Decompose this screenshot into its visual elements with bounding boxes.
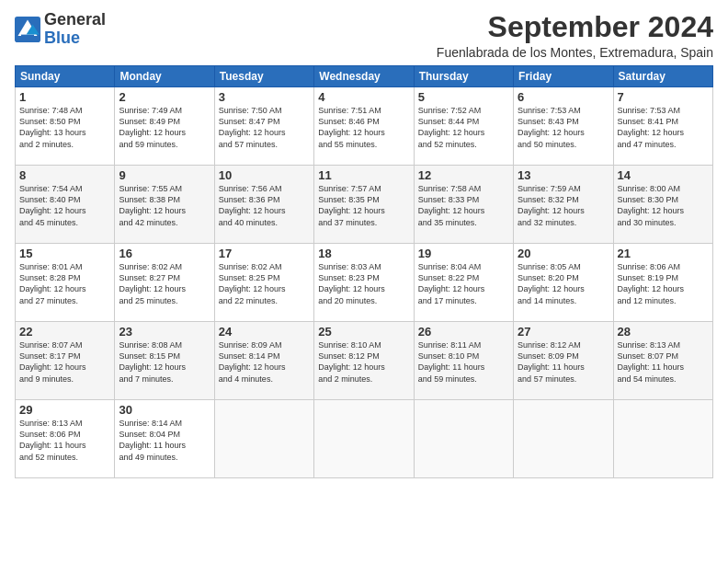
calendar-cell: 15Sunrise: 8:01 AMSunset: 8:28 PMDayligh… xyxy=(16,244,115,322)
day-number: 27 xyxy=(518,325,609,339)
day-info: Sunrise: 7:51 AMSunset: 8:46 PMDaylight:… xyxy=(318,105,409,150)
day-number: 10 xyxy=(219,168,310,182)
calendar-cell: 10Sunrise: 7:56 AMSunset: 8:36 PMDayligh… xyxy=(214,166,313,244)
calendar-cell xyxy=(314,400,414,478)
day-number: 25 xyxy=(318,325,409,339)
calendar-cell: 25Sunrise: 8:10 AMSunset: 8:12 PMDayligh… xyxy=(314,322,414,400)
calendar-cell: 4Sunrise: 7:51 AMSunset: 8:46 PMDaylight… xyxy=(314,87,414,166)
calendar-header-cell: Sunday xyxy=(16,66,115,87)
day-info: Sunrise: 7:58 AMSunset: 8:33 PMDaylight:… xyxy=(418,183,509,228)
day-info: Sunrise: 7:57 AMSunset: 8:35 PMDaylight:… xyxy=(318,183,409,228)
calendar-header-cell: Thursday xyxy=(414,66,513,87)
day-number: 15 xyxy=(19,247,110,260)
day-info: Sunrise: 7:50 AMSunset: 8:47 PMDaylight:… xyxy=(219,105,310,150)
calendar-week-row: 22Sunrise: 8:07 AMSunset: 8:17 PMDayligh… xyxy=(16,322,713,400)
page: General Blue September 2024 Fuenlabrada … xyxy=(0,0,728,563)
day-number: 21 xyxy=(618,247,709,260)
day-info: Sunrise: 7:56 AMSunset: 8:36 PMDaylight:… xyxy=(219,183,310,228)
logo-general: General xyxy=(44,11,106,29)
calendar-cell xyxy=(214,400,313,478)
calendar-header-cell: Tuesday xyxy=(214,66,313,87)
calendar-cell: 5Sunrise: 7:52 AMSunset: 8:44 PMDaylight… xyxy=(414,87,513,166)
day-info: Sunrise: 7:48 AMSunset: 8:50 PMDaylight:… xyxy=(19,105,110,150)
header: General Blue September 2024 Fuenlabrada … xyxy=(15,11,713,60)
day-info: Sunrise: 7:54 AMSunset: 8:40 PMDaylight:… xyxy=(19,183,110,228)
day-info: Sunrise: 7:49 AMSunset: 8:49 PMDaylight:… xyxy=(119,105,210,150)
day-number: 11 xyxy=(318,168,409,182)
day-info: Sunrise: 8:05 AMSunset: 8:20 PMDaylight:… xyxy=(518,261,609,306)
calendar-header-cell: Saturday xyxy=(613,66,712,87)
day-number: 20 xyxy=(518,247,609,260)
calendar-header-row: SundayMondayTuesdayWednesdayThursdayFrid… xyxy=(16,66,713,87)
calendar-cell xyxy=(514,400,613,478)
calendar-cell: 14Sunrise: 8:00 AMSunset: 8:30 PMDayligh… xyxy=(613,166,712,244)
day-info: Sunrise: 8:02 AMSunset: 8:27 PMDaylight:… xyxy=(119,261,210,306)
calendar-cell: 30Sunrise: 8:14 AMSunset: 8:04 PMDayligh… xyxy=(115,400,214,478)
day-number: 4 xyxy=(318,90,409,104)
day-number: 7 xyxy=(618,90,709,104)
calendar-cell: 26Sunrise: 8:11 AMSunset: 8:10 PMDayligh… xyxy=(414,322,513,400)
calendar-cell: 11Sunrise: 7:57 AMSunset: 8:35 PMDayligh… xyxy=(314,166,414,244)
day-info: Sunrise: 7:53 AMSunset: 8:41 PMDaylight:… xyxy=(618,105,709,150)
day-info: Sunrise: 8:10 AMSunset: 8:12 PMDaylight:… xyxy=(318,339,409,385)
day-number: 13 xyxy=(518,168,609,182)
calendar-cell: 3Sunrise: 7:50 AMSunset: 8:47 PMDaylight… xyxy=(214,87,313,166)
calendar-cell: 27Sunrise: 8:12 AMSunset: 8:09 PMDayligh… xyxy=(514,322,613,400)
month-title: September 2024 xyxy=(437,11,713,43)
svg-rect-2 xyxy=(21,34,34,38)
calendar-cell: 20Sunrise: 8:05 AMSunset: 8:20 PMDayligh… xyxy=(514,244,613,322)
calendar-week-row: 8Sunrise: 7:54 AMSunset: 8:40 PMDaylight… xyxy=(16,166,713,244)
day-info: Sunrise: 8:14 AMSunset: 8:04 PMDaylight:… xyxy=(119,418,210,463)
day-number: 29 xyxy=(19,403,110,417)
day-number: 22 xyxy=(19,325,110,339)
logo-area: General Blue xyxy=(15,11,106,48)
day-number: 26 xyxy=(418,325,509,339)
calendar-header-cell: Wednesday xyxy=(314,66,414,87)
calendar-body: 1Sunrise: 7:48 AMSunset: 8:50 PMDaylight… xyxy=(16,87,713,478)
day-number: 24 xyxy=(219,325,310,339)
day-info: Sunrise: 8:04 AMSunset: 8:22 PMDaylight:… xyxy=(418,261,509,306)
day-number: 5 xyxy=(418,90,509,104)
day-info: Sunrise: 8:06 AMSunset: 8:19 PMDaylight:… xyxy=(618,261,709,306)
day-number: 6 xyxy=(518,90,609,104)
general-blue-icon xyxy=(15,17,40,42)
calendar-week-row: 29Sunrise: 8:13 AMSunset: 8:06 PMDayligh… xyxy=(16,400,713,478)
day-number: 3 xyxy=(219,90,310,104)
day-info: Sunrise: 7:55 AMSunset: 8:38 PMDaylight:… xyxy=(119,183,210,228)
location-title: Fuenlabrada de los Montes, Extremadura, … xyxy=(437,45,713,60)
day-info: Sunrise: 8:09 AMSunset: 8:14 PMDaylight:… xyxy=(219,339,310,385)
calendar-cell: 17Sunrise: 8:02 AMSunset: 8:25 PMDayligh… xyxy=(214,244,313,322)
day-info: Sunrise: 8:00 AMSunset: 8:30 PMDaylight:… xyxy=(618,183,709,228)
calendar-cell: 23Sunrise: 8:08 AMSunset: 8:15 PMDayligh… xyxy=(115,322,214,400)
day-number: 19 xyxy=(418,247,509,260)
calendar-cell: 22Sunrise: 8:07 AMSunset: 8:17 PMDayligh… xyxy=(16,322,115,400)
calendar-cell: 19Sunrise: 8:04 AMSunset: 8:22 PMDayligh… xyxy=(414,244,513,322)
day-info: Sunrise: 8:07 AMSunset: 8:17 PMDaylight:… xyxy=(19,339,110,385)
logo-blue: Blue xyxy=(44,29,106,48)
logo-text: General Blue xyxy=(44,11,106,48)
day-info: Sunrise: 7:59 AMSunset: 8:32 PMDaylight:… xyxy=(518,183,609,228)
calendar-cell: 8Sunrise: 7:54 AMSunset: 8:40 PMDaylight… xyxy=(16,166,115,244)
calendar-cell: 9Sunrise: 7:55 AMSunset: 8:38 PMDaylight… xyxy=(115,166,214,244)
calendar-cell: 13Sunrise: 7:59 AMSunset: 8:32 PMDayligh… xyxy=(514,166,613,244)
day-info: Sunrise: 8:02 AMSunset: 8:25 PMDaylight:… xyxy=(219,261,310,306)
day-info: Sunrise: 7:52 AMSunset: 8:44 PMDaylight:… xyxy=(418,105,509,150)
calendar-cell: 28Sunrise: 8:13 AMSunset: 8:07 PMDayligh… xyxy=(613,322,712,400)
day-number: 8 xyxy=(19,168,110,182)
calendar-cell: 16Sunrise: 8:02 AMSunset: 8:27 PMDayligh… xyxy=(115,244,214,322)
day-number: 9 xyxy=(119,168,210,182)
calendar-cell: 29Sunrise: 8:13 AMSunset: 8:06 PMDayligh… xyxy=(16,400,115,478)
calendar-cell: 7Sunrise: 7:53 AMSunset: 8:41 PMDaylight… xyxy=(613,87,712,166)
calendar-week-row: 1Sunrise: 7:48 AMSunset: 8:50 PMDaylight… xyxy=(16,87,713,166)
day-number: 23 xyxy=(119,325,210,339)
day-info: Sunrise: 8:01 AMSunset: 8:28 PMDaylight:… xyxy=(19,261,110,306)
calendar-header-cell: Friday xyxy=(514,66,613,87)
day-number: 2 xyxy=(119,90,210,104)
day-info: Sunrise: 8:08 AMSunset: 8:15 PMDaylight:… xyxy=(119,339,210,385)
day-info: Sunrise: 8:03 AMSunset: 8:23 PMDaylight:… xyxy=(318,261,409,306)
day-number: 16 xyxy=(119,247,210,260)
calendar-cell: 24Sunrise: 8:09 AMSunset: 8:14 PMDayligh… xyxy=(214,322,313,400)
day-info: Sunrise: 7:53 AMSunset: 8:43 PMDaylight:… xyxy=(518,105,609,150)
calendar: SundayMondayTuesdayWednesdayThursdayFrid… xyxy=(15,65,713,478)
calendar-header: SundayMondayTuesdayWednesdayThursdayFrid… xyxy=(16,66,713,87)
